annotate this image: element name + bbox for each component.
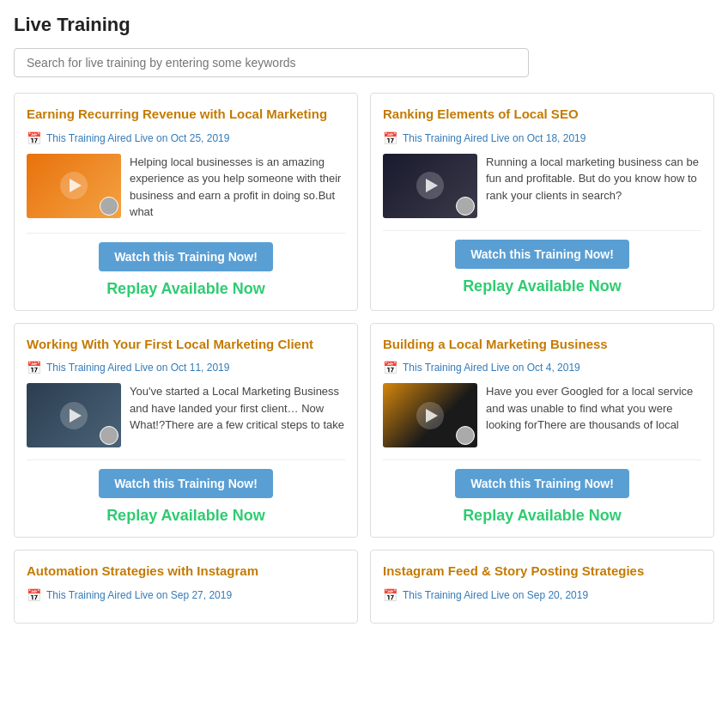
card-desc-3: You've started a Local Marketing Busines… (130, 383, 345, 447)
avatar-3 (100, 426, 118, 445)
thumbnail-2[interactable] (383, 154, 477, 218)
replay-label-1: Replay Available Now (27, 280, 345, 298)
avatar-4 (456, 426, 475, 445)
aired-text-5: This Training Aired Live on Sep 27, 2019 (46, 589, 232, 601)
calendar-icon-1: 📅 (27, 131, 41, 145)
card-title-4: Building a Local Marketing Business (383, 336, 701, 353)
watch-button-1[interactable]: Watch this Training Now! (99, 242, 273, 271)
play-button-3[interactable] (60, 402, 88, 429)
calendar-icon-3: 📅 (27, 361, 41, 374)
aired-text-1: This Training Aired Live on Oct 25, 2019 (46, 132, 229, 144)
aired-row-1: 📅 This Training Aired Live on Oct 25, 20… (27, 131, 345, 145)
card-title-6: Instagram Feed & Story Posting Strategie… (383, 563, 701, 580)
aired-row-5: 📅 This Training Aired Live on Sep 27, 20… (27, 588, 345, 602)
content-row-4: Have you ever Googled for a local servic… (383, 383, 701, 447)
training-grid: Earning Recurring Revenue with Local Mar… (14, 93, 714, 624)
calendar-icon-5: 📅 (27, 588, 41, 602)
divider-1 (27, 233, 345, 234)
card-desc-1: Helping local businesses is an amazing e… (130, 154, 345, 221)
divider-4 (383, 459, 701, 460)
aired-text-2: This Training Aired Live on Oct 18, 2019 (403, 132, 585, 144)
page-title: Live Training (14, 14, 714, 36)
watch-button-3[interactable]: Watch this Training Now! (99, 469, 273, 498)
training-card-3: Working With Your First Local Marketing … (14, 323, 358, 538)
play-button-2[interactable] (416, 172, 444, 199)
calendar-icon-4: 📅 (383, 361, 397, 374)
aired-row-2: 📅 This Training Aired Live on Oct 18, 20… (383, 131, 701, 145)
replay-label-4: Replay Available Now (383, 507, 701, 525)
training-card-6: Instagram Feed & Story Posting Strategie… (370, 550, 714, 624)
card-title-2: Ranking Elements of Local SEO (383, 106, 701, 123)
training-card-1: Earning Recurring Revenue with Local Mar… (14, 93, 358, 311)
aired-text-6: This Training Aired Live on Sep 20, 2019 (403, 589, 588, 601)
card-desc-2: Running a local marketing business can b… (486, 154, 701, 218)
content-row-3: You've started a Local Marketing Busines… (27, 383, 345, 447)
search-input[interactable] (14, 48, 529, 77)
card-title-1: Earning Recurring Revenue with Local Mar… (27, 106, 345, 123)
watch-button-2[interactable]: Watch this Training Now! (455, 240, 629, 269)
replay-label-3: Replay Available Now (27, 507, 345, 525)
play-button-1[interactable] (60, 172, 88, 199)
replay-label-2: Replay Available Now (383, 277, 701, 295)
card-desc-4: Have you ever Googled for a local servic… (486, 383, 701, 447)
divider-3 (27, 459, 345, 460)
aired-row-3: 📅 This Training Aired Live on Oct 11, 20… (27, 361, 345, 374)
watch-button-4[interactable]: Watch this Training Now! (455, 469, 629, 498)
training-card-4: Building a Local Marketing Business 📅 Th… (370, 323, 714, 538)
thumbnail-4[interactable] (383, 383, 477, 447)
aired-text-3: This Training Aired Live on Oct 11, 2019 (46, 362, 229, 374)
card-title-5: Automation Strategies with Instagram (27, 563, 345, 580)
content-row-1: Helping local businesses is an amazing e… (27, 154, 345, 221)
calendar-icon-6: 📅 (383, 588, 397, 602)
aired-row-4: 📅 This Training Aired Live on Oct 4, 201… (383, 361, 701, 374)
thumbnail-1[interactable] (27, 154, 121, 218)
play-button-4[interactable] (416, 402, 444, 429)
calendar-icon-2: 📅 (383, 131, 397, 145)
card-title-3: Working With Your First Local Marketing … (27, 336, 345, 353)
avatar-1 (100, 197, 118, 216)
aired-text-4: This Training Aired Live on Oct 4, 2019 (403, 362, 580, 374)
aired-row-6: 📅 This Training Aired Live on Sep 20, 20… (383, 588, 701, 602)
thumbnail-3[interactable] (27, 383, 121, 447)
training-card-2: Ranking Elements of Local SEO 📅 This Tra… (370, 93, 714, 311)
divider-2 (383, 230, 701, 231)
training-card-5: Automation Strategies with Instagram 📅 T… (14, 550, 358, 624)
avatar-2 (456, 197, 475, 216)
content-row-2: Running a local marketing business can b… (383, 154, 701, 218)
